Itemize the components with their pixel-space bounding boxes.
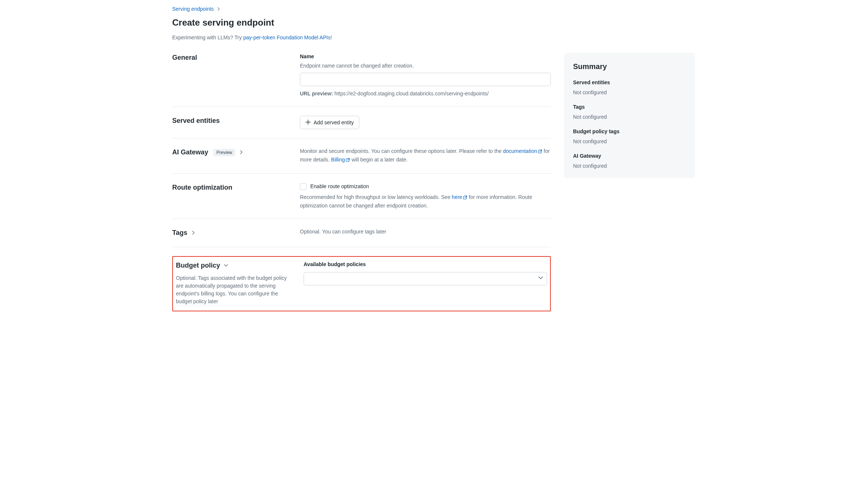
summary-item-value: Not configured xyxy=(573,138,686,145)
budget-policy-highlight: Budget policy Optional. Tags associated … xyxy=(172,256,551,311)
enable-route-opt-label: Enable route optimization xyxy=(310,183,369,190)
budget-policy-description: Optional. Tags associated with the budge… xyxy=(176,274,295,305)
ai-gateway-heading[interactable]: AI Gateway Preview xyxy=(172,147,291,157)
subtitle-prefix: Experimenting with LLMs? Try xyxy=(172,35,243,40)
add-served-entity-button[interactable]: Add served entity xyxy=(300,116,359,129)
documentation-link[interactable]: documentation xyxy=(503,148,542,154)
summary-item-ai-gateway: AI Gateway Not configured xyxy=(573,152,686,170)
ai-gateway-heading-text: AI Gateway xyxy=(172,147,208,157)
route-optimization-heading: Route optimization xyxy=(172,183,291,193)
summary-item-label: Tags xyxy=(573,103,686,111)
chevron-right-icon xyxy=(217,5,220,13)
summary-item-served-entities: Served entities Not configured xyxy=(573,79,686,96)
served-entities-heading: Served entities xyxy=(172,116,291,126)
tags-heading-text: Tags xyxy=(172,228,187,238)
summary-item-budget-policy-tags: Budget policy tags Not configured xyxy=(573,128,686,145)
external-link-icon xyxy=(346,157,350,164)
summary-item-label: AI Gateway xyxy=(573,152,686,160)
ai-gateway-description: Monitor and secure endpoints. You can co… xyxy=(300,147,551,164)
enable-route-opt-checkbox[interactable] xyxy=(300,183,307,190)
chevron-down-icon xyxy=(224,261,228,271)
chevron-right-icon xyxy=(239,147,243,157)
external-link-icon xyxy=(463,194,467,202)
summary-item-value: Not configured xyxy=(573,162,686,170)
breadcrumb-parent-link[interactable]: Serving endpoints xyxy=(172,5,214,13)
subtitle: Experimenting with LLMs? Try pay-per-tok… xyxy=(172,34,695,42)
budget-policy-heading-text: Budget policy xyxy=(176,261,220,271)
section-budget-policy: Budget policy Optional. Tags associated … xyxy=(176,261,547,305)
tags-description: Optional. You can configure tags later xyxy=(300,228,551,236)
budget-policy-heading[interactable]: Budget policy xyxy=(176,261,295,271)
subtitle-suffix: ! xyxy=(330,35,332,40)
section-ai-gateway: AI Gateway Preview Monitor and secure en… xyxy=(172,147,551,174)
summary-heading: Summary xyxy=(573,61,686,72)
add-served-entity-label: Add served entity xyxy=(314,120,354,125)
foundation-model-apis-link[interactable]: pay-per-token Foundation Model APIs xyxy=(243,35,330,40)
name-field-label: Name xyxy=(300,53,551,60)
endpoint-name-input[interactable] xyxy=(300,73,551,86)
url-preview: URL preview: https://e2-dogfood.staging.… xyxy=(300,90,551,98)
summary-item-value: Not configured xyxy=(573,113,686,121)
summary-item-tags: Tags Not configured xyxy=(573,103,686,121)
available-budget-policies-label: Available budget policies xyxy=(304,261,547,268)
chevron-right-icon xyxy=(191,228,196,238)
section-served-entities: Served entities Add served entity xyxy=(172,116,551,138)
breadcrumb: Serving endpoints xyxy=(172,5,695,13)
billing-link[interactable]: Billing xyxy=(331,157,350,163)
url-preview-label: URL preview: xyxy=(300,91,333,96)
section-general: General Name Endpoint name cannot be cha… xyxy=(172,53,551,107)
summary-item-label: Served entities xyxy=(573,79,686,86)
enable-route-opt-row[interactable]: Enable route optimization xyxy=(300,183,551,190)
plus-icon xyxy=(305,120,311,126)
general-heading: General xyxy=(172,53,291,63)
page-title: Create serving endpoint xyxy=(172,16,695,29)
route-opt-here-link[interactable]: here xyxy=(452,194,467,200)
external-link-icon xyxy=(538,148,542,156)
summary-card: Summary Served entities Not configured T… xyxy=(564,53,695,178)
summary-item-value: Not configured xyxy=(573,89,686,96)
section-tags: Tags Optional. You can configure tags la… xyxy=(172,228,551,247)
section-route-optimization: Route optimization Enable route optimiza… xyxy=(172,183,551,219)
route-optimization-description: Recommended for high throughput or low l… xyxy=(300,193,551,210)
tags-heading[interactable]: Tags xyxy=(172,228,291,238)
preview-badge: Preview xyxy=(213,149,235,156)
name-field-hint: Endpoint name cannot be changed after cr… xyxy=(300,62,551,70)
summary-item-label: Budget policy tags xyxy=(573,128,686,135)
url-preview-value: https://e2-dogfood.staging.cloud.databri… xyxy=(334,91,489,96)
budget-policy-select[interactable] xyxy=(304,272,547,285)
